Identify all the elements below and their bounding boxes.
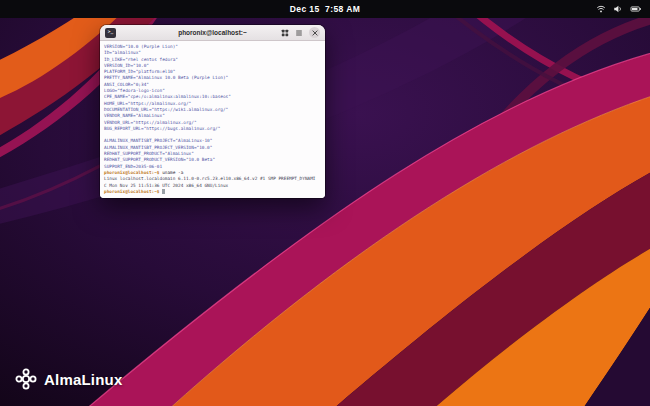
- wallpaper: [0, 0, 650, 406]
- terminal-text-out: SUPPORT_END=2035-06-01: [104, 164, 162, 169]
- terminal-text-out: VERSION="10.0 (Purple Lion)": [104, 44, 178, 49]
- almalinux-wordmark: AlmaLinux: [14, 367, 122, 391]
- terminal-text-out: DOCUMENTATION_URL="https://wiki.almalinu…: [104, 107, 228, 112]
- terminal-window: phoronix@localhost:~ >_: [100, 25, 325, 198]
- terminal-text-out: ALMALINUX_MANTISBT_PROJECT_VERSION="10.0…: [104, 145, 212, 150]
- terminal-text-cursor: [162, 189, 165, 194]
- desktop: Dec 15 7:58 AM phoronix@localhost:~ >_: [0, 0, 650, 406]
- terminal-text-out: BUG_REPORT_URL="https://bugs.almalinux.o…: [104, 126, 220, 131]
- battery-icon[interactable]: [630, 4, 642, 14]
- terminal-text-out: LOGO="fedora-logo-icon": [104, 88, 165, 93]
- terminal-text-plain: C Mon Nov 25 11:51:36 UTC 2024 x86_64 GN…: [104, 183, 228, 188]
- terminal-text-out: ANSI_COLOR="0;34": [104, 82, 149, 87]
- terminal-text-out: ID="almalinux": [104, 50, 141, 55]
- terminal-text-out: PLATFORM_ID="platform:el10": [104, 69, 175, 74]
- terminal-text-out: VENDOR_URL="https://almalinux.org/": [104, 120, 197, 125]
- terminal-text-cmd: uname -a: [162, 170, 183, 175]
- new-tab-icon[interactable]: [281, 29, 289, 37]
- terminal-text-out: REDHAT_SUPPORT_PRODUCT="AlmaLinux": [104, 151, 194, 156]
- terminal-titlebar[interactable]: phoronix@localhost:~ >_: [100, 25, 325, 41]
- terminal-text-out: REDHAT_SUPPORT_PRODUCT_VERSION="10.0 Bet…: [104, 157, 215, 162]
- terminal-line: phoronix@localhost:~$: [104, 189, 321, 195]
- wallpaper-art: [0, 0, 650, 406]
- terminal-text-prompt: phoronix@localhost:~$: [104, 189, 162, 194]
- terminal-text-out: PRETTY_NAME="AlmaLinux 10.0 Beta (Purple…: [104, 75, 228, 80]
- terminal-text-out: VENDOR_NAME="AlmaLinux": [104, 113, 165, 118]
- terminal-text-out: HOME_URL="https://almalinux.org/": [104, 101, 191, 106]
- close-icon[interactable]: [309, 27, 320, 38]
- terminal-text-out: ID_LIKE="rhel centos fedora": [104, 57, 178, 62]
- terminal-text-out: ALMALINUX_MANTISBT_PROJECT="AlmaLinux-10…: [104, 138, 212, 143]
- clock[interactable]: Dec 15 7:58 AM: [290, 4, 360, 14]
- top-bar: Dec 15 7:58 AM: [0, 0, 650, 18]
- terminal-text-plain: Linux localhost.localdomain 6.11.0-0.rc5…: [104, 176, 315, 181]
- terminal-output[interactable]: VERSION="10.0 (Purple Lion)"ID="almalinu…: [100, 41, 325, 198]
- terminal-text-out: VERSION_ID="10.0": [104, 63, 149, 68]
- terminal-app-icon: >_: [105, 28, 116, 38]
- terminal-text-out: CPE_NAME="cpe:/o:almalinux:almalinux:10:…: [104, 94, 231, 99]
- almalinux-logo-icon: [14, 367, 38, 391]
- brand-text: AlmaLinux: [44, 371, 122, 388]
- terminal-text-prompt: phoronix@localhost:~$: [104, 170, 162, 175]
- menu-icon[interactable]: [295, 29, 303, 37]
- network-icon[interactable]: [596, 4, 606, 14]
- volume-icon[interactable]: [613, 4, 623, 14]
- system-status-area[interactable]: [596, 0, 642, 18]
